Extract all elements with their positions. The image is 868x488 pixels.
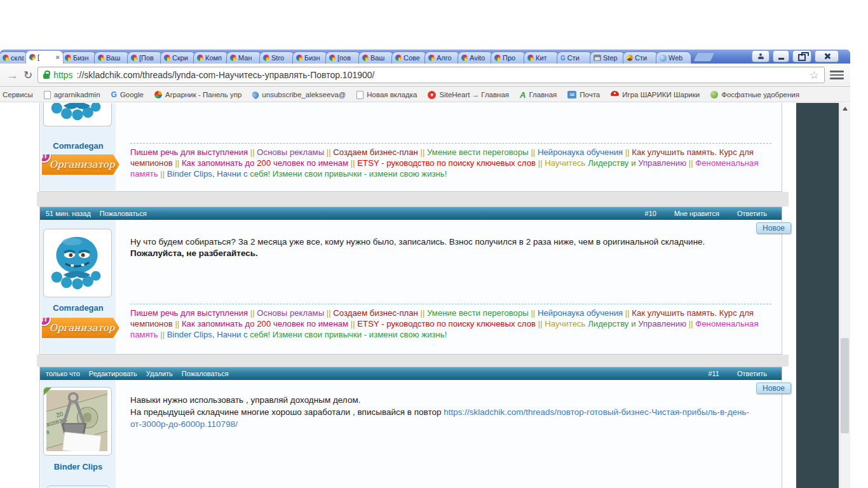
pinwheel-favicon-icon [428, 55, 435, 61]
pinwheel-favicon-icon [494, 55, 501, 61]
forum-post-partial: Comradegan П Организатор Пишем речь для … [39, 103, 782, 192]
letter-a-icon [520, 90, 526, 100]
browser-tab[interactable]: Ваш [358, 51, 394, 64]
user-avatar[interactable]: E3020​5361 19 20 [43, 387, 112, 456]
browser-tab[interactable]: Ваш [94, 51, 130, 64]
mushroom-icon [611, 91, 619, 98]
pinwheel-favicon-icon [527, 55, 534, 61]
post-separator [37, 192, 789, 207]
forward-button[interactable]: → [6, 69, 18, 81]
menu-button[interactable] [830, 69, 844, 81]
bookmark-star-icon[interactable]: ☆ [810, 70, 819, 81]
bookmark-item[interactable]: Фосфатные удобрения [710, 91, 799, 98]
browser-tab[interactable]: GСти [557, 51, 592, 64]
browser-tab[interactable]: Комп [193, 51, 229, 64]
browser-tab[interactable]: Бизн [61, 51, 97, 64]
browser-tab[interactable]: Про [491, 51, 526, 64]
reply-link[interactable]: Ответить [737, 370, 767, 377]
username-link[interactable]: Binder Clips [41, 462, 116, 471]
bookmark-item[interactable]: Игра ШАРИКИ Шарики [611, 91, 700, 98]
delete-link[interactable]: Удалить [146, 370, 173, 377]
new-post-badge[interactable]: Новое [756, 383, 791, 394]
post-header-bar: только что Редактировать Удалить Пожалов… [40, 367, 782, 380]
post-timestamp-link[interactable]: 51 мин. назад [46, 210, 91, 217]
bookmark-item[interactable]: Сервисы [3, 91, 33, 98]
like-link[interactable]: Мне нравится [674, 210, 719, 217]
pinwheel-favicon-icon [395, 55, 402, 61]
restore-button[interactable] [792, 50, 811, 62]
bookmark-item[interactable]: SiteHeart → Главная [428, 91, 509, 99]
browser-tab[interactable]: скла [0, 51, 28, 64]
restore-icon [798, 54, 806, 61]
report-link[interactable]: Пожаловаться [100, 210, 147, 217]
google-g-icon: G [111, 90, 117, 99]
username-link[interactable]: Comradegan [41, 141, 116, 151]
signature-text[interactable]: Пишем речь для выступления || Основы рек… [130, 304, 771, 340]
browser-tab[interactable]: Бизн [292, 51, 328, 64]
report-link[interactable]: Пожаловаться [182, 370, 229, 377]
pinwheel-favicon-icon [461, 55, 468, 61]
username-link[interactable]: Comradegan [41, 303, 116, 313]
money-binder-clip-avatar-image: E3020​5361 19 20 [46, 390, 107, 451]
browser-tab[interactable]: [пов [325, 51, 361, 64]
scrollbar-up-icon[interactable] [843, 107, 848, 111]
browser-tab[interactable]: Web [656, 51, 691, 64]
close-button[interactable] [815, 50, 839, 62]
browser-tab[interactable]: Avito [458, 51, 493, 64]
pinwheel-favicon-icon [29, 54, 36, 60]
page-viewport: Comradegan П Организатор Пишем речь для … [0, 103, 868, 488]
browser-tab[interactable]: Скри [160, 51, 196, 64]
browser-tab[interactable]: Ман [226, 51, 262, 64]
mail-envelope-icon [567, 91, 576, 98]
new-tab-button[interactable] [693, 52, 715, 62]
edit-link[interactable]: Редактировать [89, 370, 137, 377]
scrollbar-thumb[interactable] [841, 338, 849, 433]
bookmark-item[interactable]: Почта [567, 91, 600, 98]
bookmark-item[interactable]: Аграрник - Панель упр [154, 91, 241, 98]
octopus-avatar-image [46, 232, 107, 293]
forum-post-11: только что Редактировать Удалить Пожалов… [39, 367, 782, 488]
photo-favicon-icon [593, 55, 601, 61]
browser-tab[interactable]: Кит [524, 51, 559, 64]
new-post-badge[interactable]: Новое [756, 222, 791, 234]
pinwheel-favicon-icon [230, 55, 236, 61]
pinwheel-favicon-icon [296, 55, 302, 61]
bookmark-item[interactable]: Новая вкладка [356, 91, 417, 99]
message-line: На предыдущей складчине многие хорошо за… [130, 406, 769, 430]
url-scheme: https [53, 70, 72, 80]
page-side-background [796, 103, 839, 488]
bookmark-item[interactable]: Главная [520, 90, 557, 100]
user-avatar[interactable] [43, 103, 112, 126]
user-avatar[interactable] [43, 229, 112, 297]
address-bar[interactable]: https ://skladchik.com/threads/lynda-com… [37, 67, 825, 83]
bookmark-item[interactable]: GGoogle [111, 90, 144, 99]
minimize-icon [778, 58, 784, 60]
google-favicon-icon: G [560, 55, 566, 62]
browser-tab[interactable]: Сти [623, 51, 658, 64]
signature-text[interactable]: Пишем речь для выступления || Основы рек… [130, 143, 771, 179]
post-timestamp-link[interactable]: только что [46, 370, 80, 377]
reply-link[interactable]: Ответить [737, 210, 767, 217]
bookmark-item[interactable]: unsubscribe_alekseeva@ [252, 91, 346, 98]
browser-tab[interactable]: Stro [259, 51, 295, 64]
minimize-button[interactable] [773, 50, 789, 62]
green-sphere-icon [710, 91, 718, 98]
tab-close-icon[interactable]: × [56, 54, 60, 61]
pinwheel-favicon-icon [98, 55, 104, 61]
pinwheel-favicon-icon [164, 55, 170, 61]
browser-tab[interactable]: [Пов [127, 51, 163, 64]
browser-tab[interactable]: Сове [391, 51, 427, 64]
browser-tab-active[interactable]: [× [25, 50, 64, 64]
pinwheel-favicon-icon [65, 55, 71, 61]
post-number-link[interactable]: #11 [708, 370, 719, 377]
pinwheel-favicon-icon [263, 55, 269, 61]
browser-tab[interactable]: Step [590, 51, 625, 64]
profile-button[interactable] [752, 50, 770, 62]
message-line: Ну что будем собираться? За 2 месяца уже… [130, 236, 769, 248]
browser-tab[interactable]: Алго [424, 51, 460, 64]
joomla-icon [154, 91, 162, 98]
organizer-ribbon-badge: П Организатор [42, 154, 119, 175]
bookmark-item[interactable]: agrarnikadmin [44, 91, 100, 99]
reload-button[interactable]: ↻ [24, 70, 32, 81]
post-number-link[interactable]: #10 [645, 210, 656, 217]
